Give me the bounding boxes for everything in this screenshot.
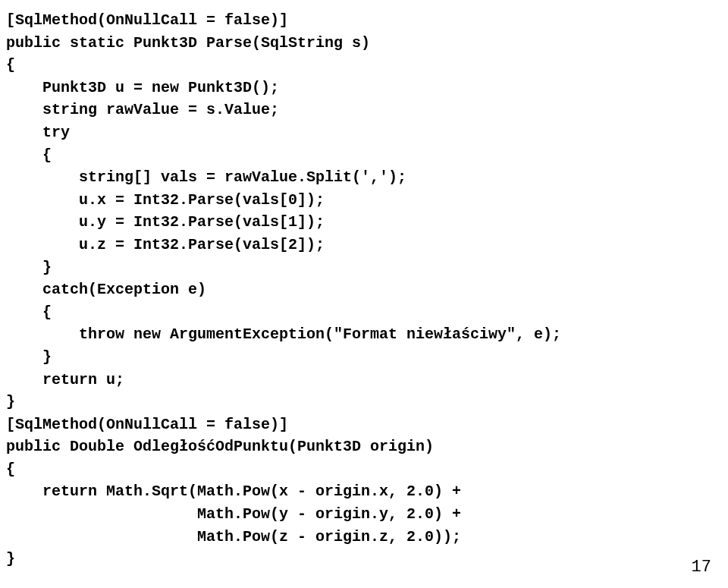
code-block: [SqlMethod(OnNullCall = false)] public s… [6, 9, 722, 571]
code-line: u.x = Int32.Parse(vals[0]); [6, 191, 325, 209]
code-line: Math.Pow(y - origin.y, 2.0) + [6, 505, 461, 523]
code-line: [SqlMethod(OnNullCall = false)] [6, 416, 288, 433]
code-line: } [6, 259, 52, 276]
code-line: public Double OdległośćOdPunktu(Punkt3D … [6, 438, 434, 455]
code-line: try [6, 124, 70, 141]
code-line: return Math.Sqrt(Math.Pow(x - origin.x, … [6, 483, 461, 500]
code-line: u.z = Int32.Parse(vals[2]); [6, 236, 325, 253]
code-line: { [6, 461, 15, 478]
code-line: Math.Pow(z - origin.z, 2.0)); [6, 528, 461, 546]
code-line: { [6, 303, 52, 321]
code-line: return u; [6, 371, 124, 388]
page-number: 17 [692, 555, 711, 580]
code-line: public static Punkt3D Parse(SqlString s) [6, 34, 370, 52]
code-line: { [6, 146, 52, 164]
code-line: u.y = Int32.Parse(vals[1]); [6, 213, 325, 231]
code-page: [SqlMethod(OnNullCall = false)] public s… [0, 0, 728, 588]
code-line: } [6, 348, 52, 366]
code-line: catch(Exception e) [6, 281, 206, 298]
code-line: Punkt3D u = new Punkt3D(); [6, 79, 279, 96]
code-line: } [6, 550, 15, 568]
code-line: { [6, 56, 15, 74]
code-line: [SqlMethod(OnNullCall = false)] [6, 11, 288, 29]
code-line: } [6, 393, 15, 410]
code-line: string rawValue = s.Value; [6, 101, 279, 118]
code-line: string[] vals = rawValue.Split(','); [6, 168, 406, 186]
code-line: throw new ArgumentException("Format niew… [6, 325, 561, 343]
